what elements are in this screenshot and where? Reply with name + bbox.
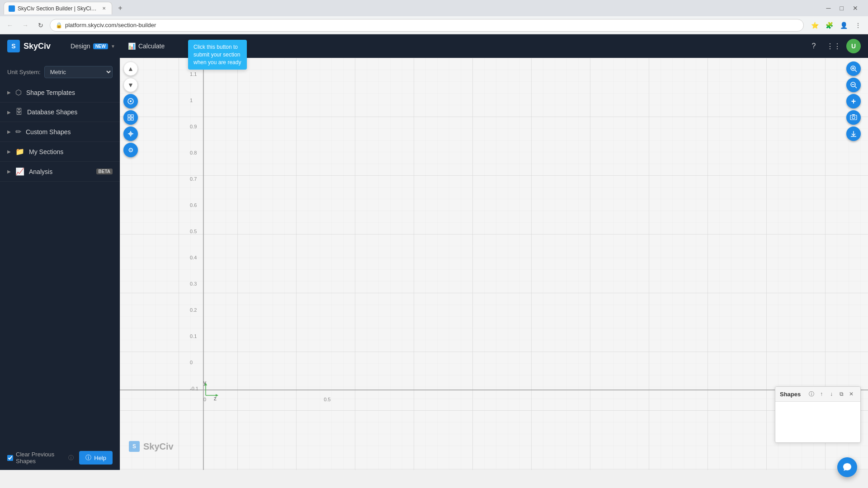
profile-icon[interactable]: 👤 xyxy=(837,19,850,32)
address-input[interactable]: 🔒 platform.skyciv.com/section-builder xyxy=(50,19,804,32)
custom-shapes-label: Custom Shapes xyxy=(26,128,113,136)
analysis-badge: BETA xyxy=(96,169,113,174)
extension-icon[interactable]: 🧩 xyxy=(823,19,835,32)
canvas-area: 1.1 1 0.9 0.8 0.7 0.6 0.5 0.4 0.3 0.2 0.… xyxy=(120,58,868,470)
shapes-panel-title: Shapes xyxy=(780,391,806,398)
svg-rect-10 xyxy=(128,118,130,120)
shape-templates-icon: ⬡ xyxy=(15,88,22,97)
new-tab-button[interactable]: + xyxy=(114,2,127,14)
zoom-out-button[interactable] xyxy=(846,78,861,92)
design-badge: NEW xyxy=(93,43,108,49)
cursor-button[interactable] xyxy=(123,127,138,141)
apps-icon-btn[interactable]: ⋮⋮ xyxy=(826,39,841,53)
shapes-copy-button[interactable]: ⧉ xyxy=(837,389,846,399)
svg-rect-1 xyxy=(120,58,868,470)
shapes-up-button[interactable]: ↑ xyxy=(817,389,826,399)
submit-tooltip: Click this button to submit your section… xyxy=(188,40,247,70)
fit-view-button[interactable]: + xyxy=(846,94,861,108)
active-tab[interactable]: SkyCiv Section Builder | SkyCiv P ✕ xyxy=(4,2,112,14)
shape-templates-label: Shape Templates xyxy=(26,89,113,96)
watermark-text: SkyCiv xyxy=(143,441,174,452)
my-sections-label: My Sections xyxy=(29,148,113,155)
unit-select[interactable]: Metric Imperial xyxy=(44,66,113,78)
sidebar-item-shape-templates[interactable]: ▶ ⬡ Shape Templates xyxy=(0,83,120,103)
main-content: Unit System: Metric Imperial ▶ ⬡ Shape T… xyxy=(0,58,868,470)
calculate-label: Calculate xyxy=(138,42,165,50)
browser-icons: ⭐ 🧩 👤 ⋮ xyxy=(808,19,864,32)
sidebar-item-database-shapes[interactable]: ▶ 🗄 Database Shapes xyxy=(0,103,120,122)
database-shapes-icon: 🗄 xyxy=(15,108,23,116)
canvas-controls-right: + xyxy=(846,61,861,141)
tab-title: SkyCiv Section Builder | SkyCiv P xyxy=(18,5,97,12)
menu-icon[interactable]: ⋮ xyxy=(852,19,864,32)
address-bar-row: ← → ↻ 🔒 platform.skyciv.com/section-buil… xyxy=(0,16,868,34)
sidebar-footer: Clear Previous Shapes ⓘ ⓘ Help xyxy=(0,446,120,470)
clear-info-icon: ⓘ xyxy=(68,454,74,462)
tooltip-text: Click this button to submit your section… xyxy=(193,44,241,66)
nav-calculate[interactable]: 📊 Calculate xyxy=(123,40,170,52)
unit-label: Unit System: xyxy=(7,69,41,75)
back-button[interactable]: ← xyxy=(4,19,16,32)
grid-svg xyxy=(120,58,868,470)
help-button[interactable]: ⓘ Help xyxy=(79,451,113,465)
bookmark-icon[interactable]: ⭐ xyxy=(808,19,821,32)
custom-shapes-icon: ✏ xyxy=(15,127,21,136)
svg-rect-9 xyxy=(131,115,133,117)
header-right: ? ⋮⋮ U xyxy=(807,39,861,53)
lock-icon: 🔒 xyxy=(56,22,62,28)
svg-line-14 xyxy=(855,70,857,72)
design-label: Design xyxy=(71,42,90,50)
close-icon[interactable]: ✕ xyxy=(850,4,861,13)
sidebar-item-custom-shapes[interactable]: ▶ ✏ Custom Shapes xyxy=(0,122,120,142)
sidebar-item-analysis[interactable]: ▶ 📈 Analysis BETA xyxy=(0,162,120,182)
svg-point-7 xyxy=(130,100,132,102)
pan-up-button[interactable]: ▲ xyxy=(123,61,138,76)
zoom-in-button[interactable] xyxy=(846,61,861,76)
sidebar: Unit System: Metric Imperial ▶ ⬡ Shape T… xyxy=(0,58,120,470)
screenshot-button[interactable] xyxy=(846,110,861,125)
calculate-chart-icon: 📊 xyxy=(128,42,136,50)
user-avatar[interactable]: U xyxy=(846,39,861,53)
sidebar-item-my-sections[interactable]: ▶ 📁 My Sections xyxy=(0,142,120,162)
restore-icon[interactable]: □ xyxy=(837,4,846,13)
svg-point-21 xyxy=(852,116,855,119)
help-label: Help xyxy=(94,455,106,461)
app-logo: S SkyCiv xyxy=(7,40,51,52)
window-controls: ─ □ ✕ xyxy=(824,4,864,13)
shape-templates-chevron-icon: ▶ xyxy=(7,90,11,95)
minimize-icon[interactable]: ─ xyxy=(824,4,834,13)
unit-system-row: Unit System: Metric Imperial xyxy=(0,61,120,83)
chat-icon xyxy=(842,462,852,472)
canvas-watermark: S SkyCiv xyxy=(129,441,174,452)
svg-rect-22 xyxy=(852,114,855,115)
svg-rect-8 xyxy=(128,115,130,117)
clear-label-text: Clear Previous Shapes xyxy=(16,451,66,465)
watermark-logo-icon: S xyxy=(129,441,140,452)
shapes-panel-header: Shapes ⓘ ↑ ↓ ⧉ ✕ xyxy=(775,387,860,402)
clear-previous-shapes-checkbox[interactable] xyxy=(7,455,13,461)
shapes-delete-button[interactable]: ✕ xyxy=(847,389,856,399)
analysis-label: Analysis xyxy=(29,168,92,175)
chat-widget[interactable] xyxy=(837,457,857,477)
select-button[interactable] xyxy=(123,94,138,108)
custom-shapes-chevron-icon: ▶ xyxy=(7,129,11,134)
download-button[interactable] xyxy=(846,127,861,141)
database-shapes-chevron-icon: ▶ xyxy=(7,110,11,115)
my-sections-icon: 📁 xyxy=(15,147,24,156)
tab-close-icon[interactable]: ✕ xyxy=(101,5,107,12)
help-icon-btn[interactable]: ? xyxy=(807,39,821,53)
forward-button[interactable]: → xyxy=(19,19,32,32)
settings-button[interactable]: ⚙ xyxy=(123,143,138,157)
grid-button[interactable] xyxy=(123,110,138,125)
shapes-info-icon: ⓘ xyxy=(809,390,814,398)
canvas-controls-left: ▲ ▼ xyxy=(123,61,138,157)
app-header: S SkyCiv Design NEW ▼ 📊 Calculate Click … xyxy=(0,34,868,58)
design-chevron-icon: ▼ xyxy=(111,44,115,49)
clear-previous-shapes-label[interactable]: Clear Previous Shapes ⓘ xyxy=(7,451,74,465)
nav-design[interactable]: Design NEW ▼ xyxy=(65,40,121,52)
refresh-button[interactable]: ↻ xyxy=(34,19,47,32)
shapes-down-button[interactable]: ↓ xyxy=(827,389,836,399)
pan-down-button[interactable]: ▼ xyxy=(123,78,138,92)
tab-favicon xyxy=(9,5,15,12)
app-nav: Design NEW ▼ 📊 Calculate xyxy=(65,40,170,52)
